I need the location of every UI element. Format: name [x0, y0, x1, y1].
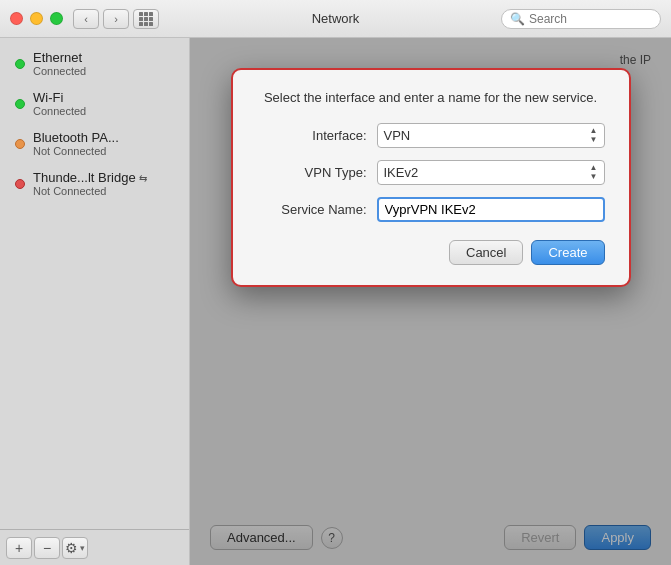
service-name-control[interactable] — [377, 197, 605, 222]
sidebar: Ethernet Connected Wi-Fi Connected Bluet… — [0, 38, 190, 565]
sidebar-item-ethernet[interactable]: Ethernet Connected — [5, 44, 184, 83]
sidebar-item-text-bluetooth: Bluetooth PA... Not Connected — [33, 130, 119, 157]
main-area: Ethernet Connected Wi-Fi Connected Bluet… — [0, 38, 671, 565]
vpn-type-row: VPN Type: IKEv2 ▲ ▼ — [257, 160, 605, 185]
arrow-down-icon: ▼ — [590, 173, 598, 181]
status-dot-thunderbolt — [15, 179, 25, 189]
back-button[interactable]: ‹ — [73, 9, 99, 29]
interface-row: Interface: VPN ▲ ▼ — [257, 123, 605, 148]
right-panel: the IP IP Address: 10.78.51.76 Subnet Ma… — [190, 38, 671, 565]
modal-overlay: Select the interface and enter a name fo… — [190, 38, 671, 565]
service-name-input[interactable] — [377, 197, 605, 222]
chevron-down-icon: ▾ — [80, 543, 85, 553]
sidebar-item-text-ethernet: Ethernet Connected — [33, 50, 86, 77]
minimize-button[interactable] — [30, 12, 43, 25]
cancel-button[interactable]: Cancel — [449, 240, 523, 265]
settings-button[interactable]: ⚙ ▾ — [62, 537, 88, 559]
add-service-button[interactable]: + — [6, 537, 32, 559]
titlebar: ‹ › Network 🔍 — [0, 0, 671, 38]
interface-select[interactable]: VPN ▲ ▼ — [377, 123, 605, 148]
sidebar-item-name-bluetooth: Bluetooth PA... — [33, 130, 119, 145]
modal-title: Select the interface and enter a name fo… — [257, 90, 605, 105]
arrow-up-icon: ▲ — [590, 164, 598, 172]
sidebar-item-text-wifi: Wi-Fi Connected — [33, 90, 86, 117]
grid-icon — [139, 12, 153, 26]
service-name-row: Service Name: — [257, 197, 605, 222]
vpn-type-select-value: IKEv2 — [384, 165, 584, 180]
status-dot-ethernet — [15, 59, 25, 69]
interface-control[interactable]: VPN ▲ ▼ — [377, 123, 605, 148]
arrow-up-icon: ▲ — [590, 127, 598, 135]
sidebar-item-name-wifi: Wi-Fi — [33, 90, 86, 105]
sidebar-item-status-wifi: Connected — [33, 105, 86, 117]
arrow-down-icon: ▼ — [590, 136, 598, 144]
status-dot-bluetooth — [15, 139, 25, 149]
sidebar-item-text-thunderbolt: Thunde...lt Bridge ⇆ Not Connected — [33, 170, 147, 197]
sidebar-list: Ethernet Connected Wi-Fi Connected Bluet… — [0, 38, 189, 529]
vpn-type-control[interactable]: IKEv2 ▲ ▼ — [377, 160, 605, 185]
status-dot-wifi — [15, 99, 25, 109]
new-service-modal: Select the interface and enter a name fo… — [231, 68, 631, 287]
grid-view-button[interactable] — [133, 9, 159, 29]
modal-buttons: Cancel Create — [257, 240, 605, 265]
sidebar-item-wifi[interactable]: Wi-Fi Connected — [5, 84, 184, 123]
search-input[interactable] — [529, 12, 652, 26]
close-button[interactable] — [10, 12, 23, 25]
vpn-type-select[interactable]: IKEv2 ▲ ▼ — [377, 160, 605, 185]
sidebar-item-status-bluetooth: Not Connected — [33, 145, 119, 157]
forward-button[interactable]: › — [103, 9, 129, 29]
thunderbolt-icon: ⇆ — [139, 173, 147, 184]
interface-label: Interface: — [257, 128, 367, 143]
interface-select-value: VPN — [384, 128, 584, 143]
create-button[interactable]: Create — [531, 240, 604, 265]
search-box[interactable]: 🔍 — [501, 9, 661, 29]
remove-service-button[interactable]: − — [34, 537, 60, 559]
interface-select-arrows: ▲ ▼ — [590, 127, 598, 144]
sidebar-item-status-ethernet: Connected — [33, 65, 86, 77]
window-title: Network — [312, 11, 360, 26]
sidebar-toolbar: + − ⚙ ▾ — [0, 529, 189, 565]
sidebar-item-name-thunderbolt: Thunde...lt Bridge ⇆ — [33, 170, 147, 185]
search-icon: 🔍 — [510, 12, 525, 26]
zoom-button[interactable] — [50, 12, 63, 25]
sidebar-item-name-ethernet: Ethernet — [33, 50, 86, 65]
sidebar-item-thunderbolt[interactable]: Thunde...lt Bridge ⇆ Not Connected — [5, 164, 184, 203]
sidebar-item-status-thunderbolt: Not Connected — [33, 185, 147, 197]
vpn-type-label: VPN Type: — [257, 165, 367, 180]
service-name-label: Service Name: — [257, 202, 367, 217]
traffic-lights — [10, 12, 63, 25]
gear-icon: ⚙ — [65, 540, 78, 556]
vpn-type-select-arrows: ▲ ▼ — [590, 164, 598, 181]
sidebar-item-bluetooth[interactable]: Bluetooth PA... Not Connected — [5, 124, 184, 163]
nav-buttons: ‹ › — [73, 9, 129, 29]
